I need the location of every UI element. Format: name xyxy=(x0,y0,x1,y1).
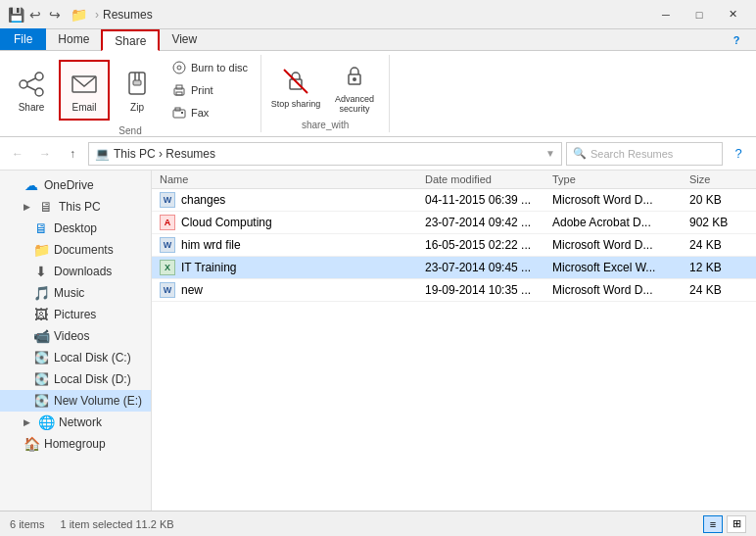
sidebar-item-videos[interactable]: 📹 Videos xyxy=(0,325,151,347)
print-icon xyxy=(171,82,187,98)
ribbon-help-button[interactable]: ? xyxy=(721,30,752,50)
fax-button[interactable]: Fax xyxy=(165,102,255,123)
undo-icon[interactable]: ↩ xyxy=(27,7,43,23)
email-label: Email xyxy=(71,102,96,113)
sidebar-item-music[interactable]: 🎵 Music xyxy=(0,282,151,304)
print-button[interactable]: Print xyxy=(165,79,255,101)
zip-button[interactable]: Zip xyxy=(112,60,163,121)
tab-file[interactable]: File xyxy=(0,28,46,50)
music-icon: 🎵 xyxy=(33,285,49,301)
sidebar-item-homegroup[interactable]: 🏠 Homegroup xyxy=(0,433,151,455)
minimize-button[interactable]: ─ xyxy=(650,5,682,24)
documents-icon: 📁 xyxy=(33,242,49,258)
search-placeholder: Search Resumes xyxy=(591,148,673,160)
table-row[interactable]: W new 19-09-2014 10:35 ... Microsoft Wor… xyxy=(152,279,756,302)
sidebar-label-locald: Local Disk (D:) xyxy=(54,372,131,386)
address-bar[interactable]: 💻 This PC › Resumes ▼ xyxy=(88,142,562,166)
table-row[interactable]: A Cloud Computing 23-07-2014 09:42 ... A… xyxy=(152,212,756,234)
table-row[interactable]: W him wrd file 16-05-2015 02:22 ... Micr… xyxy=(152,234,756,257)
svg-point-1 xyxy=(35,88,43,96)
file-date: 23-07-2014 09:45 ... xyxy=(425,261,552,274)
sidebar-label-downloads: Downloads xyxy=(54,265,112,278)
fax-icon xyxy=(171,105,187,121)
file-name: Cloud Computing xyxy=(181,216,272,229)
svg-line-4 xyxy=(27,86,35,90)
help-button[interactable]: ? xyxy=(727,142,750,166)
save-icon[interactable]: 💾 xyxy=(8,7,24,23)
share-label: Share xyxy=(19,102,45,113)
file-name: IT Training xyxy=(181,261,236,274)
ribbon-group-share-with: Stop sharing Advanced security share_wit… xyxy=(261,55,390,132)
svg-point-0 xyxy=(35,73,43,80)
sidebar-item-onedrive[interactable]: ☁ OneDrive xyxy=(0,174,151,196)
selected-info: 1 item selected 11.2 KB xyxy=(60,518,173,530)
sidebar-item-thispc[interactable]: ▶ 🖥 This PC xyxy=(0,196,151,218)
nav-bar: ← → ↑ 💻 This PC › Resumes ▼ 🔍 Search Res… xyxy=(0,137,756,171)
address-chevron: ▼ xyxy=(545,148,555,159)
file-list-header: Name Date modified Type Size xyxy=(152,171,756,189)
forward-button[interactable]: → xyxy=(33,142,57,166)
sidebar-item-newe[interactable]: 💽 New Volume (E:) xyxy=(0,390,151,412)
word-icon: W xyxy=(160,192,175,208)
email-icon xyxy=(69,69,100,100)
sidebar-item-pictures[interactable]: 🖼 Pictures xyxy=(0,304,151,325)
file-name: new xyxy=(181,283,203,297)
tab-share[interactable]: Share xyxy=(101,29,160,51)
tab-home[interactable]: Home xyxy=(46,28,101,50)
ribbon-group-send: Share Email xyxy=(0,55,261,132)
svg-point-10 xyxy=(173,62,185,73)
word-icon: W xyxy=(160,282,175,298)
localc-icon: 💽 xyxy=(33,350,49,365)
window-controls: ─ □ ✕ xyxy=(650,5,748,24)
sidebar-item-documents[interactable]: 📁 Documents xyxy=(0,239,151,261)
file-date: 16-05-2015 02:22 ... xyxy=(425,238,552,252)
sidebar-label-network: Network xyxy=(59,415,102,429)
main-content: ☁ OneDrive ▶ 🖥 This PC 🖥 Desktop 📁 Docum… xyxy=(0,171,756,511)
share-button[interactable]: Share xyxy=(6,60,57,121)
file-size: 20 KB xyxy=(689,193,748,207)
back-button[interactable]: ← xyxy=(6,142,29,166)
send-group-label: Send xyxy=(118,123,141,136)
details-view-button[interactable]: ≡ xyxy=(703,515,723,533)
sidebar-label-homegroup: Homegroup xyxy=(44,437,106,451)
sidebar-item-downloads[interactable]: ⬇ Downloads xyxy=(0,261,151,282)
ribbon-content: Share Email xyxy=(0,51,756,137)
sidebar-item-desktop[interactable]: 🖥 Desktop xyxy=(0,218,151,239)
status-bar: 6 items 1 item selected 11.2 KB ≡ ⊞ xyxy=(0,511,756,536)
sidebar-label-videos: Videos xyxy=(54,329,89,343)
advanced-security-label: Advanced security xyxy=(329,94,380,114)
maximize-button[interactable]: □ xyxy=(684,5,715,24)
items-count: 6 items xyxy=(10,518,44,530)
svg-line-3 xyxy=(27,78,35,82)
pictures-icon: 🖼 xyxy=(33,307,49,322)
sidebar-item-network[interactable]: ▶ 🌐 Network xyxy=(0,412,151,433)
sidebar-item-localc[interactable]: 💽 Local Disk (C:) xyxy=(0,347,151,368)
network-icon: 🌐 xyxy=(38,414,54,430)
address-text: This PC › Resumes xyxy=(114,147,215,161)
col-size: Size xyxy=(689,173,748,185)
table-row[interactable]: X IT Training 23-07-2014 09:45 ... Micro… xyxy=(152,257,756,279)
file-type: Microsoft Word D... xyxy=(552,238,689,252)
newe-icon: 💽 xyxy=(33,393,49,409)
close-button[interactable]: ✕ xyxy=(717,5,748,24)
file-name: changes xyxy=(181,193,225,207)
file-list: Name Date modified Type Size W changes 0… xyxy=(152,171,756,511)
advanced-security-button[interactable]: Advanced security xyxy=(326,57,383,118)
file-size: 24 KB xyxy=(689,238,748,252)
burn-to-disc-button[interactable]: Burn to disc xyxy=(165,57,255,78)
search-bar[interactable]: 🔍 Search Resumes xyxy=(566,142,723,166)
file-name: him wrd file xyxy=(181,238,241,252)
stop-sharing-button[interactable]: Stop sharing xyxy=(267,57,324,118)
table-row[interactable]: W changes 04-11-2015 06:39 ... Microsoft… xyxy=(152,189,756,212)
file-type: Microsoft Word D... xyxy=(552,193,689,207)
up-button[interactable]: ↑ xyxy=(61,142,84,166)
tab-view[interactable]: View xyxy=(160,28,209,50)
advanced-security-icon xyxy=(339,61,370,92)
sidebar-label-newe: New Volume (E:) xyxy=(54,394,142,408)
onedrive-icon: ☁ xyxy=(24,177,39,193)
email-button[interactable]: Email xyxy=(59,60,110,121)
sidebar-item-locald[interactable]: 💽 Local Disk (D:) xyxy=(0,368,151,390)
large-icons-view-button[interactable]: ⊞ xyxy=(727,515,746,533)
file-date: 19-09-2014 10:35 ... xyxy=(425,283,552,297)
redo-icon[interactable]: ↪ xyxy=(47,7,63,23)
